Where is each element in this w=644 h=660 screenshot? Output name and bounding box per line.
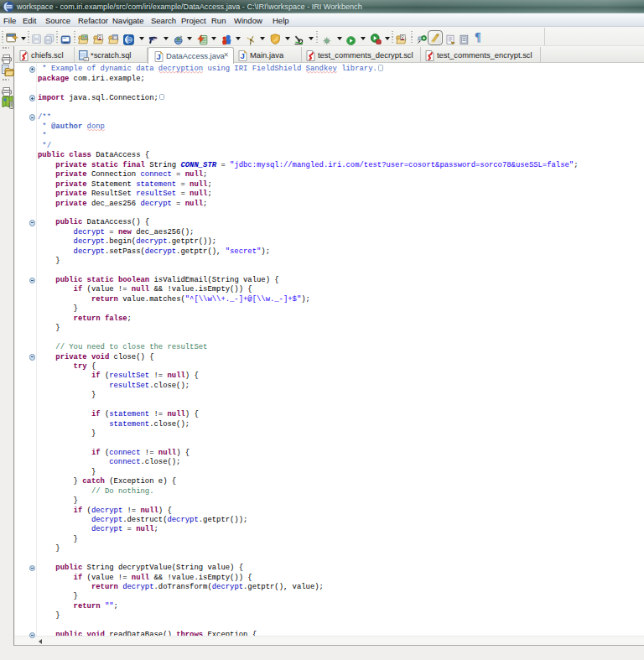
svg-text:J: J (241, 51, 245, 60)
svg-text:J: J (157, 52, 161, 61)
